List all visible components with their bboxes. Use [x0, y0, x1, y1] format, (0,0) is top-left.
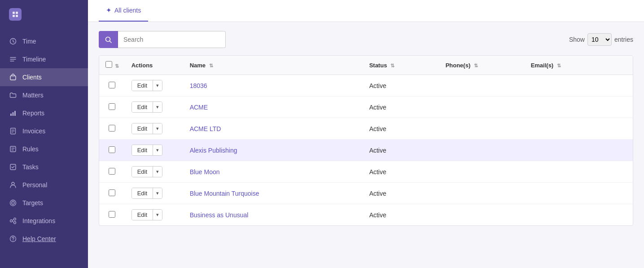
header-status[interactable]: Status ⇅ — [363, 56, 439, 75]
sidebar-item-tasks[interactable]: Tasks — [0, 158, 88, 176]
row-status-cell: Active — [363, 161, 439, 183]
sidebar-item-targets[interactable]: Targets — [0, 194, 88, 212]
row-checkbox[interactable] — [109, 146, 115, 153]
name-sort-icon: ⇅ — [209, 63, 213, 68]
row-status-cell: Active — [363, 204, 439, 226]
edit-btn-group: Edit ▾ — [131, 80, 162, 91]
row-phones-cell — [439, 183, 525, 204]
search-button[interactable] — [99, 31, 118, 48]
sidebar-item-help-center[interactable]: Help Center — [0, 230, 88, 248]
integrations-icon — [9, 217, 17, 225]
sidebar-logo — [0, 0, 88, 29]
row-status-cell: Active — [363, 140, 439, 161]
svg-point-23 — [14, 218, 16, 220]
edit-button[interactable]: Edit — [132, 102, 153, 112]
sidebar-item-rules[interactable]: Rules — [0, 140, 88, 158]
sidebar-item-clients[interactable]: Clients — [0, 68, 88, 86]
client-link[interactable]: ACME LTD — [190, 125, 221, 132]
table-row: Edit ▾ Blue Mountain Turquoise Active — [99, 183, 633, 204]
help-icon — [9, 235, 17, 243]
status-sort-icon: ⇅ — [390, 63, 394, 68]
row-phones-cell — [439, 97, 525, 118]
row-phones-cell — [439, 204, 525, 226]
row-status-cell: Active — [363, 75, 439, 97]
row-actions-cell: Edit ▾ — [125, 204, 184, 226]
sidebar-item-matters-label: Matters — [22, 92, 44, 99]
edit-dropdown-button[interactable]: ▾ — [153, 145, 162, 155]
clients-table-container: ⇅ Actions Name ⇅ Status ⇅ — [99, 55, 633, 226]
svg-point-18 — [12, 182, 14, 185]
row-checkbox[interactable] — [109, 103, 115, 110]
svg-point-21 — [13, 202, 13, 203]
search-wrapper — [99, 31, 226, 48]
edit-button[interactable]: Edit — [132, 123, 153, 134]
sidebar-item-timeline[interactable]: Timeline — [0, 50, 88, 68]
client-link[interactable]: Alexis Publishing — [190, 147, 237, 154]
row-checkbox[interactable] — [109, 125, 115, 132]
row-checkbox-cell — [99, 75, 125, 97]
row-checkbox[interactable] — [109, 168, 115, 175]
client-link[interactable]: Blue Mountain Turquoise — [190, 190, 259, 197]
edit-dropdown-button[interactable]: ▾ — [153, 210, 162, 220]
table-row: Edit ▾ Blue Moon Active — [99, 161, 633, 183]
table-row: Edit ▾ ACME LTD Active — [99, 118, 633, 140]
row-actions-cell: Edit ▾ — [125, 140, 184, 161]
client-link[interactable]: Blue Moon — [190, 168, 220, 176]
edit-button[interactable]: Edit — [132, 210, 153, 220]
row-emails-cell — [525, 75, 633, 97]
client-link[interactable]: 18036 — [190, 82, 207, 89]
svg-rect-0 — [13, 12, 15, 14]
sidebar-item-matters[interactable]: Matters — [0, 86, 88, 104]
emails-sort-icon: ⇅ — [557, 63, 561, 68]
row-name-cell: 18036 — [184, 75, 363, 97]
header-checkbox-col: ⇅ — [99, 56, 125, 75]
row-checkbox[interactable] — [109, 211, 115, 218]
edit-dropdown-button[interactable]: ▾ — [153, 167, 162, 177]
invoice-icon — [9, 127, 17, 135]
edit-button[interactable]: Edit — [132, 145, 153, 155]
edit-btn-group: Edit ▾ — [131, 145, 162, 156]
toolbar: Show 10 25 50 100 entries — [99, 31, 633, 48]
folder-icon — [9, 91, 17, 99]
edit-dropdown-button[interactable]: ▾ — [153, 102, 162, 112]
tab-all-clients-label: All clients — [114, 7, 141, 14]
svg-rect-1 — [16, 12, 18, 14]
svg-rect-11 — [14, 111, 16, 116]
edit-dropdown-button[interactable]: ▾ — [153, 188, 162, 198]
sidebar-item-integrations[interactable]: Integrations — [0, 212, 88, 230]
svg-point-28 — [13, 240, 13, 241]
svg-rect-10 — [13, 112, 14, 116]
edit-dropdown-button[interactable]: ▾ — [153, 80, 162, 91]
svg-rect-17 — [10, 164, 16, 170]
sidebar-item-time[interactable]: Time — [0, 32, 88, 50]
select-all-checkbox[interactable] — [105, 61, 112, 68]
header-phones[interactable]: Phone(s) ⇅ — [439, 56, 525, 75]
clients-table: ⇅ Actions Name ⇅ Status ⇅ — [99, 56, 633, 225]
edit-button[interactable]: Edit — [132, 80, 153, 91]
row-checkbox[interactable] — [109, 82, 115, 88]
entries-select[interactable]: 10 25 50 100 — [587, 33, 612, 46]
sidebar-item-reports[interactable]: Reports — [0, 104, 88, 122]
row-phones-cell — [439, 140, 525, 161]
row-emails-cell — [525, 183, 633, 204]
table-row: Edit ▾ ACME Active — [99, 97, 633, 118]
client-link[interactable]: ACME — [190, 104, 208, 111]
target-icon — [9, 199, 17, 207]
tab-all-clients[interactable]: ✦ All clients — [99, 0, 148, 22]
edit-dropdown-button[interactable]: ▾ — [153, 123, 162, 134]
client-link[interactable]: Business as Unusual — [190, 211, 249, 219]
header-emails[interactable]: Email(s) ⇅ — [525, 56, 633, 75]
row-emails-cell — [525, 161, 633, 183]
sidebar-item-personal[interactable]: Personal — [0, 176, 88, 194]
row-actions-cell: Edit ▾ — [125, 75, 184, 97]
row-phones-cell — [439, 161, 525, 183]
sidebar-item-clients-label: Clients — [22, 74, 42, 81]
sidebar-item-invoices[interactable]: Invoices — [0, 122, 88, 140]
header-name[interactable]: Name ⇅ — [184, 56, 363, 75]
edit-button[interactable]: Edit — [132, 167, 153, 177]
timeline-icon — [9, 55, 17, 63]
row-checkbox[interactable] — [109, 189, 115, 196]
search-input[interactable] — [118, 31, 226, 48]
edit-button[interactable]: Edit — [132, 188, 153, 198]
table-header-row: ⇅ Actions Name ⇅ Status ⇅ — [99, 56, 633, 75]
